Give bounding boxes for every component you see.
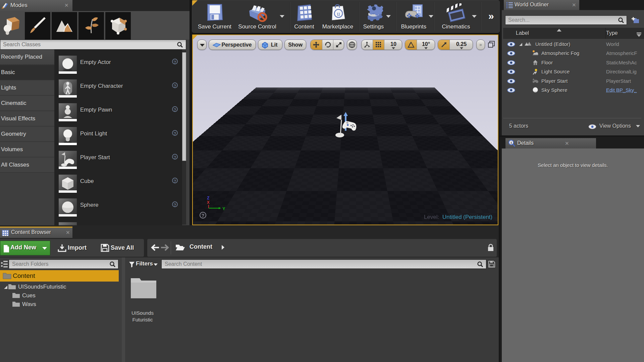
svg-text:Z: Z [207,196,209,200]
svg-text:i: i [511,140,512,144]
svg-text:u: u [337,10,340,17]
svg-text:X: X [207,200,210,205]
svg-text:Y: Y [222,206,225,211]
